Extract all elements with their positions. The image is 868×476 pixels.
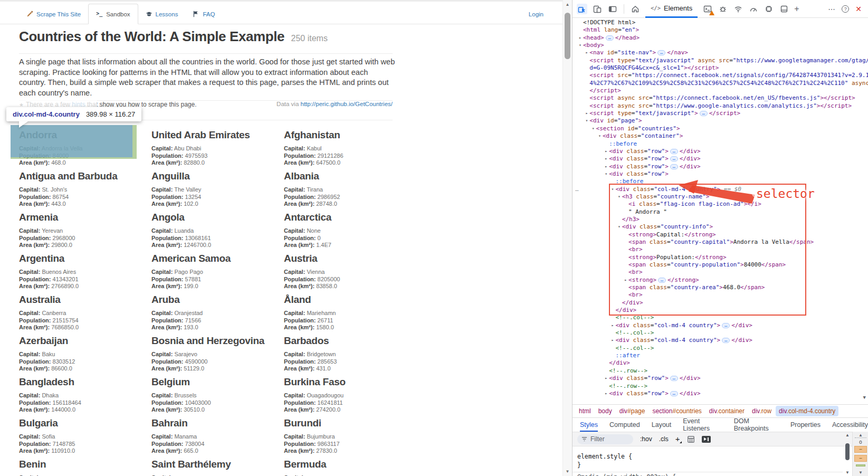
expand-arrow-icon[interactable]: ▸: [623, 277, 628, 284]
tab-dom-breakpoints[interactable]: DOM Breakpoints: [734, 418, 779, 432]
expand-arrow-icon[interactable]: ▸: [610, 322, 616, 329]
dom-tree-row[interactable]: <script src="https://connect.facebook.ne…: [573, 72, 868, 79]
tab-sandbox[interactable]: >_ Sandbox: [88, 4, 138, 24]
tab-lessons[interactable]: Lessons: [138, 4, 186, 24]
dom-tree-row[interactable]: <html lang="en">: [573, 26, 868, 34]
tab-layout[interactable]: Layout: [652, 418, 672, 432]
dom-tree-row[interactable]: <!--.col-->: [573, 314, 868, 321]
dom-tree-row[interactable]: <i class="flag-icon flag-icon-ad"></i>: [573, 201, 868, 208]
inline-expand-icon[interactable]: …: [670, 391, 678, 396]
dom-tree-row[interactable]: d=G-09N5RQCFG4&cx=c&_slc=1"></script>: [573, 64, 868, 72]
breadcrumb-item[interactable]: html: [576, 406, 594, 416]
style-filter[interactable]: [577, 434, 633, 444]
styles-scrollbar[interactable]: ▲ ▼: [844, 432, 851, 476]
add-panel-icon[interactable]: +: [794, 4, 799, 14]
tab-elements[interactable]: </> Elements: [645, 0, 698, 18]
scroll-down-icon[interactable]: ▼: [844, 470, 851, 475]
dom-tree-row[interactable]: </div>: [573, 307, 868, 314]
tab-faq[interactable]: FAQ: [185, 4, 222, 24]
scroll-up-icon[interactable]: ▲: [563, 2, 572, 7]
filter-input[interactable]: [590, 435, 628, 443]
dom-tree-row[interactable]: <strong>Capital:</strong>: [573, 231, 868, 239]
new-style-rule-button[interactable]: +: [675, 436, 680, 442]
dom-tree-row[interactable]: 4%2C77%2C67%2C109%2C59%2C58%2C31%2C96%2C…: [573, 80, 868, 87]
dom-tree-row[interactable]: ▸<div class="row">…</div>: [573, 155, 868, 163]
tab-styles[interactable]: Styles: [580, 418, 598, 432]
debugger-icon[interactable]: [718, 4, 728, 14]
dom-tree-row[interactable]: ▾<div class="container">: [573, 132, 868, 140]
dom-tree-row[interactable]: ▾<body>: [573, 42, 868, 49]
dom-tree-row[interactable]: <br>: [573, 291, 868, 299]
dom-tree-row[interactable]: </h3>: [573, 216, 868, 223]
console-icon[interactable]: [702, 4, 713, 14]
dom-tree-row[interactable]: <!--.row-->: [573, 383, 868, 390]
brand-link[interactable]: Scrape This Site: [19, 4, 88, 24]
dom-tree-row[interactable]: ▾<div class="country-info">: [573, 223, 868, 231]
breadcrumb-item[interactable]: div#page: [616, 406, 648, 416]
hov-button[interactable]: :hov: [640, 435, 652, 443]
expand-arrow-icon[interactable]: ▾: [610, 186, 616, 193]
expand-arrow-icon[interactable]: ▸: [584, 49, 589, 56]
dom-tree-row[interactable]: <br>: [573, 269, 868, 276]
inspect-element-icon[interactable]: [577, 4, 587, 14]
data-source-link[interactable]: http://peric.github.io/GetCountries/: [300, 101, 393, 107]
expand-arrow-icon[interactable]: ▸: [603, 155, 609, 163]
expand-arrow-icon[interactable]: ▾: [597, 132, 603, 140]
tab-computed[interactable]: Computed: [609, 418, 640, 432]
expand-arrow-icon[interactable]: ▾: [616, 193, 622, 201]
inline-expand-icon[interactable]: …: [722, 338, 730, 343]
inline-expand-icon[interactable]: …: [606, 35, 614, 41]
dom-tree-row[interactable]: <span class="country-population">84000</…: [573, 261, 868, 269]
expand-arrow-icon[interactable]: ▸: [577, 34, 583, 42]
expand-arrow-icon[interactable]: ▾: [616, 223, 622, 231]
application-icon[interactable]: [779, 4, 789, 14]
home-icon[interactable]: [630, 4, 641, 14]
inline-expand-icon[interactable]: …: [670, 376, 678, 381]
dom-tree-row[interactable]: ::after: [573, 352, 868, 359]
dom-tree-row[interactable]: ▾<section id="countries">: [573, 125, 868, 132]
tab-accessibility[interactable]: Accessibility: [832, 418, 868, 432]
computed-sidebar-toggle-icon[interactable]: [702, 436, 711, 443]
element-style-rule[interactable]: element.style {: [577, 453, 632, 460]
dom-tree-row[interactable]: ::before: [573, 140, 868, 148]
dom-tree-row[interactable]: <script type="text/javascript" async src…: [573, 57, 868, 64]
tab-event-listeners[interactable]: Event Listeners: [683, 418, 722, 432]
expand-arrow-icon[interactable]: ▸: [603, 163, 609, 170]
expand-arrow-icon[interactable]: ▸: [603, 375, 609, 382]
dom-tree-row[interactable]: ▾<div id="page">: [573, 117, 868, 125]
dom-tree-row[interactable]: </script>: [573, 87, 868, 94]
dom-tree-row[interactable]: <strong>Population:</strong>: [573, 254, 868, 261]
dom-tree-row[interactable]: <span class="country-capital">Andorra la…: [573, 239, 868, 246]
expand-arrow-icon[interactable]: ▾: [590, 125, 596, 132]
scroll-down-icon[interactable]: ▼: [563, 469, 572, 474]
memory-icon[interactable]: [764, 4, 774, 14]
login-link[interactable]: Login: [529, 5, 543, 24]
help-icon[interactable]: ?: [842, 5, 849, 13]
expand-arrow-icon[interactable]: ▸: [610, 337, 616, 344]
expand-arrow-icon[interactable]: ▸: [603, 390, 609, 397]
dom-tree-row-selected[interactable]: …▾<div class="col-md-4 country"> == $0: [573, 186, 868, 193]
breadcrumb-item[interactable]: section#countries: [649, 406, 704, 416]
dom-tree-row[interactable]: ::before: [573, 178, 868, 185]
expand-arrow-icon[interactable]: ▾: [577, 42, 583, 49]
tab-properties[interactable]: Properties: [790, 418, 821, 432]
activity-bar-icon[interactable]: [607, 4, 618, 14]
network-icon[interactable]: [733, 4, 743, 14]
scrollbar-thumb[interactable]: [565, 13, 570, 59]
ruler-down-icon[interactable]: ▼: [853, 470, 868, 475]
close-icon[interactable]: ✕: [855, 5, 862, 13]
dom-tree-row[interactable]: ▸<div class="col-md-4 country">…</div>: [573, 337, 868, 344]
dom-tree-row[interactable]: ▾<div class="row">: [573, 170, 868, 178]
tree-scroll-down-icon[interactable]: ▼: [863, 394, 866, 401]
breadcrumb-item[interactable]: div.row: [749, 406, 775, 416]
inline-expand-icon[interactable]: …: [670, 149, 678, 154]
dom-tree-row[interactable]: <br>: [573, 246, 868, 253]
inline-expand-icon[interactable]: …: [657, 50, 665, 55]
dom-tree-row[interactable]: ▸<div class="row">…</div>: [573, 375, 868, 382]
dom-tree-row[interactable]: ▸<div class="row">…</div>: [573, 148, 868, 155]
inline-expand-icon[interactable]: …: [670, 156, 678, 161]
dom-tree-row[interactable]: ▸<strong>…</strong>: [573, 277, 868, 284]
expand-arrow-icon[interactable]: ▾: [584, 117, 589, 125]
dom-tree-row[interactable]: ▸<div class="row">…</div>: [573, 163, 868, 170]
dom-tree-row[interactable]: ▸<nav id="site-nav">…</nav>: [573, 49, 868, 56]
